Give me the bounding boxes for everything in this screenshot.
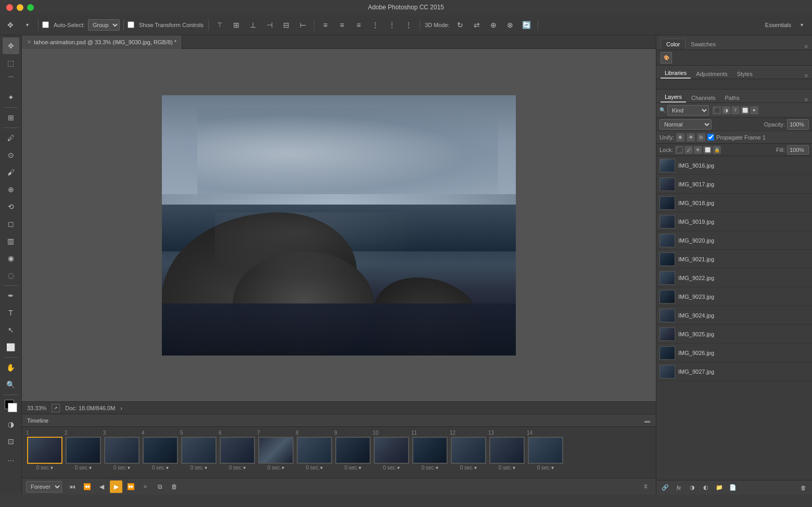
gradient-tool[interactable]: ▥	[3, 233, 19, 249]
layers-list[interactable]: IMG_9016.jpg IMG_9017.jpg IMG_9018.jpg I…	[656, 156, 812, 480]
move-tool[interactable]: ✥	[3, 37, 19, 54]
frame-14-timing[interactable]: 0 sec.▾	[537, 465, 554, 471]
frame-13-timing[interactable]: 0 sec.▾	[499, 465, 516, 471]
layer-item-9019[interactable]: IMG_9019.jpg	[656, 212, 812, 231]
tab-paths[interactable]: Paths	[721, 93, 744, 103]
eraser-tool[interactable]: ◻	[3, 216, 19, 232]
screen-mode-tool[interactable]: ⊡	[3, 433, 19, 450]
frame-6[interactable]: 6 0 sec.▾	[219, 430, 256, 471]
lock-all-btn[interactable]: 🔒	[713, 146, 721, 154]
frame-5-timing[interactable]: 0 sec.▾	[191, 465, 208, 471]
add-mask-btn[interactable]: ◑	[687, 482, 698, 493]
frame-4-timing[interactable]: 0 sec.▾	[152, 465, 169, 471]
layer-item-9018[interactable]: IMG_9018.jpg	[656, 194, 812, 212]
history-tool[interactable]: ⟲	[3, 198, 19, 215]
tab-libraries[interactable]: Libraries	[661, 68, 691, 79]
frame-6-timing[interactable]: 0 sec.▾	[229, 465, 246, 471]
frame-1-timing[interactable]: 0 sec.▾	[36, 465, 54, 471]
unify-style-btn[interactable]: fx	[697, 133, 705, 142]
layers-kind-filter[interactable]: Kind Name Effect	[667, 105, 709, 116]
info-icon[interactable]: ↗	[52, 404, 60, 412]
tab-swatches[interactable]: Swatches	[686, 39, 721, 49]
frame-5[interactable]: 5 0 sec.▾	[180, 430, 218, 471]
section-menu-btn[interactable]: ≡	[805, 72, 808, 79]
fill-input[interactable]	[787, 145, 809, 155]
blend-mode-select[interactable]: Normal Multiply Screen	[659, 119, 712, 130]
dist-hcenter-btn[interactable]: ⋮	[385, 18, 399, 32]
threed-dolly-btn[interactable]: ⊗	[503, 18, 517, 32]
maximize-button[interactable]	[27, 4, 34, 11]
close-button[interactable]	[6, 4, 13, 11]
tool-options-arrow[interactable]: ▾	[20, 18, 34, 32]
frame-13[interactable]: 13 0 sec.▾	[488, 430, 526, 471]
frame-14[interactable]: 14 0 sec.▾	[527, 430, 564, 471]
blur-tool[interactable]: ◉	[3, 250, 19, 267]
link-layers-btn[interactable]: 🔗	[659, 482, 671, 493]
canvas-viewport[interactable]	[22, 49, 656, 401]
align-right-btn[interactable]: ⊢	[296, 18, 310, 32]
layer-item-9021[interactable]: IMG_9021.jpg	[656, 250, 812, 269]
frame-7[interactable]: 7 0 sec.▾	[257, 430, 295, 471]
tab-styles[interactable]: Styles	[733, 69, 757, 79]
dist-right-btn[interactable]: ⋮	[401, 18, 416, 32]
propagate-checkbox[interactable]	[707, 134, 714, 141]
lock-transparent-btn[interactable]: ⬛	[675, 146, 683, 154]
shape-filter-icon[interactable]: ⬜	[741, 106, 749, 115]
loop-select[interactable]: Forever Once 3 Times	[26, 481, 62, 492]
spot-heal-tool[interactable]: ⊙	[3, 147, 19, 163]
frame-9[interactable]: 9 0 sec.▾	[334, 430, 372, 471]
frame-1[interactable]: 1 0 sec.▾	[26, 430, 64, 471]
path-select-tool[interactable]: ↖	[3, 322, 19, 338]
frame-11-timing[interactable]: 0 sec.▾	[422, 465, 439, 471]
first-frame-btn[interactable]: ⏮	[66, 480, 79, 493]
hand-tool[interactable]: ✋	[3, 359, 19, 376]
tab-channels[interactable]: Channels	[687, 93, 719, 103]
frame-11-thumb[interactable]	[412, 437, 448, 464]
autoselect-checkbox[interactable]	[42, 21, 49, 28]
align-top-btn[interactable]: ⊤	[212, 18, 227, 32]
threed-zoom-btn[interactable]: ⊕	[486, 18, 501, 32]
quick-mask-tool[interactable]: ◑	[3, 416, 19, 433]
lock-image-btn[interactable]: 🖊	[684, 146, 693, 154]
marquee-tool[interactable]: ⬚	[3, 55, 19, 71]
threed-pan-btn[interactable]: ⇄	[470, 18, 484, 32]
frame-2-timing[interactable]: 0 sec.▾	[75, 465, 92, 471]
dodge-tool[interactable]: ◌	[3, 267, 19, 284]
autoselect-type[interactable]: Group Layer	[88, 19, 120, 31]
frame-10[interactable]: 10 0 sec.▾	[373, 430, 410, 471]
duplicate-frame-btn[interactable]: ⧉	[154, 480, 166, 493]
frame-12[interactable]: 12 0 sec.▾	[450, 430, 487, 471]
reverse-play-btn[interactable]: ◀	[95, 480, 108, 493]
frame-8-timing[interactable]: 0 sec.▾	[306, 465, 323, 471]
frame-12-thumb[interactable]	[451, 437, 486, 464]
layer-item-9025[interactable]: IMG_9025.jpg	[656, 325, 812, 344]
next-frame-btn[interactable]: ⏩	[124, 480, 137, 493]
play-btn[interactable]: ▶	[110, 480, 122, 493]
dist-top-btn[interactable]: ≡	[318, 18, 333, 32]
dist-vcenter-btn[interactable]: ≡	[335, 18, 349, 32]
layers-menu-btn[interactable]: ≡	[805, 96, 808, 103]
frame-1-thumb[interactable]	[27, 437, 62, 464]
layer-item-9024[interactable]: IMG_9024.jpg	[656, 306, 812, 325]
document-tab[interactable]: ✕ tahoe-animation.psd @ 33.3% (IMG_9030.…	[22, 35, 182, 49]
frame-3-timing[interactable]: 0 sec.▾	[113, 465, 131, 471]
frame-2-thumb[interactable]	[66, 437, 101, 464]
color-picker-icon[interactable]: 🎨	[661, 52, 672, 64]
frame-9-thumb[interactable]	[335, 437, 371, 464]
tab-layers[interactable]: Layers	[661, 92, 686, 103]
frame-7-thumb[interactable]	[258, 437, 294, 464]
tab-close-btn[interactable]: ✕	[27, 39, 31, 45]
panel-menu-btn[interactable]: ≡	[805, 43, 808, 49]
frame-8[interactable]: 8 0 sec.▾	[296, 430, 333, 471]
layer-item-9026[interactable]: IMG_9026.jpg	[656, 344, 812, 362]
convert-timeline-btn[interactable]: ⧖	[639, 480, 652, 493]
quick-select-tool[interactable]: ✦	[3, 89, 19, 106]
new-layer-btn[interactable]: 📄	[727, 482, 739, 493]
frame-13-thumb[interactable]	[489, 437, 525, 464]
opacity-input[interactable]	[787, 119, 809, 130]
extra-tool[interactable]: …	[3, 450, 19, 467]
align-hcenter-btn[interactable]: ⊟	[279, 18, 294, 32]
tab-color[interactable]: Color	[661, 39, 686, 49]
lasso-tool[interactable]: ⌒	[3, 72, 19, 88]
threed-orbit-btn[interactable]: 🔄	[519, 18, 534, 32]
